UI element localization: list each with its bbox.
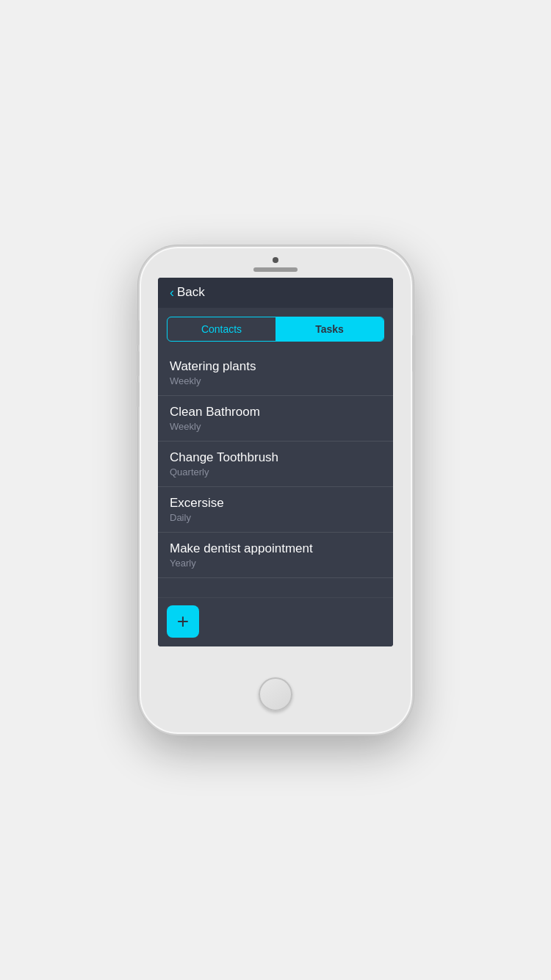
add-task-button[interactable]: +: [167, 605, 199, 638]
task-item[interactable]: Watering plants Weekly: [158, 350, 393, 396]
bottom-toolbar: +: [158, 597, 393, 646]
task-item[interactable]: Clean Bathroom Weekly: [158, 396, 393, 442]
task-frequency: Weekly: [170, 421, 381, 432]
back-button[interactable]: Back: [177, 285, 205, 300]
volume-buttons: [137, 320, 140, 407]
phone-top: [140, 247, 412, 272]
task-name: Make dentist appointment: [170, 541, 381, 556]
power-button: [412, 335, 415, 372]
task-frequency: Weekly: [170, 375, 381, 386]
task-name: Excersise: [170, 496, 381, 511]
home-button[interactable]: [259, 677, 292, 711]
task-list: Watering plants Weekly Clean Bathroom We…: [158, 350, 393, 597]
home-button-area: [259, 655, 292, 734]
task-frequency: Yearly: [170, 558, 381, 569]
task-item[interactable]: Make dentist appointment Yearly: [158, 533, 393, 578]
camera: [273, 257, 278, 263]
task-item[interactable]: Change Toothbrush Quarterly: [158, 442, 393, 487]
task-name: Watering plants: [170, 359, 381, 374]
phone-shell: ‹ Back Contacts Tasks Watering plants We…: [138, 245, 414, 735]
task-item[interactable]: Excersise Daily: [158, 487, 393, 533]
tab-tasks[interactable]: Tasks: [276, 317, 383, 341]
task-frequency: Quarterly: [170, 466, 381, 478]
tab-bar: Contacts Tasks: [167, 317, 384, 342]
speaker: [253, 267, 298, 272]
tab-contacts[interactable]: Contacts: [168, 317, 276, 341]
task-name: Change Toothbrush: [170, 450, 381, 465]
nav-bar: ‹ Back: [158, 278, 393, 308]
screen: ‹ Back Contacts Tasks Watering plants We…: [158, 278, 393, 646]
plus-icon: +: [177, 611, 189, 632]
task-name: Clean Bathroom: [170, 405, 381, 419]
task-frequency: Daily: [170, 512, 381, 523]
back-chevron-icon: ‹: [170, 285, 174, 300]
